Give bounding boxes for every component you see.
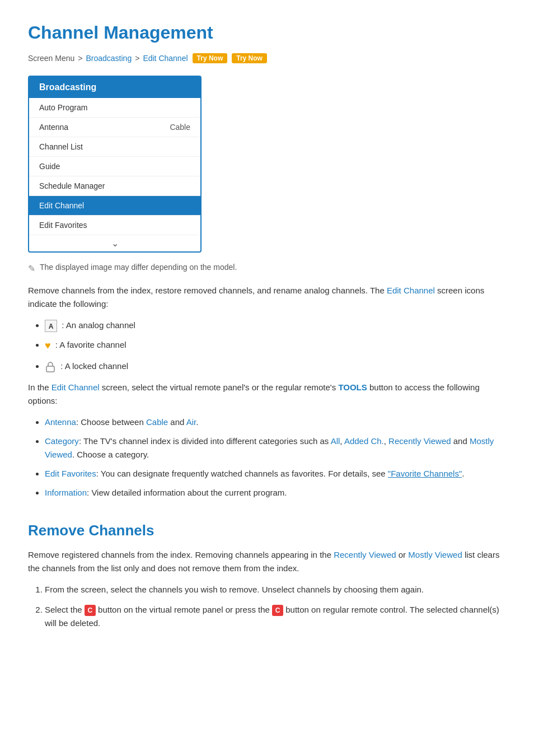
breadcrumb-sep2: > (135, 54, 139, 63)
option-antenna-link[interactable]: Antenna (45, 417, 76, 427)
breadcrumb: Screen Menu > Broadcasting > Edit Channe… (28, 53, 506, 63)
note-text: The displayed image may differ depending… (40, 263, 237, 272)
tv-menu-item-schedule-manager[interactable]: Schedule Manager (29, 176, 200, 196)
analog-icon: A (45, 320, 57, 332)
tv-menu: Broadcasting Auto Program Antenna Cable … (28, 76, 202, 253)
option-air-link[interactable]: Air (186, 417, 196, 427)
icon-list-item-locked: : A locked channel (45, 360, 506, 373)
svg-rect-0 (46, 366, 54, 372)
tv-menu-item-edit-favorites[interactable]: Edit Favorites (29, 216, 200, 235)
tv-menu-item-label: Channel List (39, 142, 83, 151)
breadcrumb-link-broadcasting[interactable]: Broadcasting (86, 54, 132, 63)
option-cable-link[interactable]: Cable (146, 417, 168, 427)
option-favorite-channels-link[interactable]: "Favorite Channels" (388, 469, 462, 478)
remove-channels-heading: Remove Channels (28, 522, 506, 539)
icon-label-favorite: : A favorite channel (55, 340, 127, 349)
option-antenna: Antenna: Choose between Cable and Air. (45, 416, 506, 429)
option-category-link[interactable]: Category (45, 436, 79, 446)
intro-edit-channel-link[interactable]: Edit Channel (387, 286, 435, 295)
option-information: Information: View detailed information a… (45, 486, 506, 500)
tools-edit-channel-link[interactable]: Edit Channel (51, 382, 100, 392)
tv-menu-item-label: Schedule Manager (39, 181, 105, 190)
tv-menu-item-edit-channel[interactable]: Edit Channel (29, 196, 200, 216)
note: ✎ The displayed image may differ dependi… (28, 263, 506, 274)
icon-list-item-favorite: ♥ : A favorite channel (45, 338, 506, 354)
tv-menu-item-label: Auto Program (39, 103, 87, 112)
option-all-link[interactable]: All (331, 436, 340, 446)
option-edit-favorites-link[interactable]: Edit Favorites (45, 469, 96, 478)
tv-menu-item-label: Edit Channel (39, 201, 84, 210)
tv-menu-item-antenna[interactable]: Antenna Cable (29, 118, 200, 137)
heart-icon: ♥ (45, 338, 51, 354)
remove-channels-intro: Remove registered channels from the inde… (28, 548, 506, 575)
remove-channels-steps: From the screen, select the channels you… (45, 583, 506, 630)
step-2: Select the C button on the virtual remot… (45, 603, 506, 630)
try-now-button-1[interactable]: Try Now (193, 53, 228, 63)
tv-menu-chevron: ⌄ (29, 235, 200, 251)
option-added-ch-link[interactable]: Added Ch. (344, 436, 384, 446)
breadcrumb-sep1: > (78, 54, 82, 63)
tv-menu-item-label: Guide (39, 162, 60, 171)
tools-paragraph: In the Edit Channel screen, select the v… (28, 381, 506, 408)
breadcrumb-link-edit-channel[interactable]: Edit Channel (143, 54, 188, 63)
tv-menu-item-label: Edit Favorites (39, 221, 87, 230)
option-category: Category: The TV's channel index is divi… (45, 435, 506, 461)
tools-label: TOOLS (338, 382, 367, 392)
c-button-2: C (272, 605, 283, 616)
icons-list: A : An analog channel ♥ : A favorite cha… (45, 319, 506, 373)
option-information-link[interactable]: Information (45, 488, 87, 497)
note-icon: ✎ (28, 263, 35, 274)
tv-menu-item-label: Antenna (39, 123, 68, 132)
icon-list-item-analog: A : An analog channel (45, 319, 506, 332)
mostly-viewed-link[interactable]: Mostly Viewed (408, 550, 462, 559)
page-title: Channel Management (28, 22, 506, 43)
breadcrumb-prefix: Screen Menu (28, 54, 74, 63)
tv-menu-item-value: Cable (170, 123, 190, 132)
option-recently-viewed-link[interactable]: Recently Viewed (388, 436, 451, 446)
try-now-button-2[interactable]: Try Now (232, 53, 267, 63)
tv-menu-item-auto-program[interactable]: Auto Program (29, 98, 200, 118)
lock-icon (45, 361, 56, 373)
icon-label-locked: : A locked channel (60, 361, 128, 371)
option-edit-favorites: Edit Favorites: You can designate freque… (45, 467, 506, 480)
c-button-1: C (85, 605, 96, 616)
tv-menu-item-channel-list[interactable]: Channel List (29, 137, 200, 157)
options-list: Antenna: Choose between Cable and Air. C… (45, 416, 506, 500)
recently-viewed-link[interactable]: Recently Viewed (334, 550, 396, 559)
step-1: From the screen, select the channels you… (45, 583, 506, 596)
tv-menu-header: Broadcasting (29, 77, 200, 98)
tv-menu-item-guide[interactable]: Guide (29, 157, 200, 176)
intro-paragraph: Remove channels from the index, restore … (28, 284, 506, 311)
icon-label-analog: : An analog channel (62, 320, 135, 330)
